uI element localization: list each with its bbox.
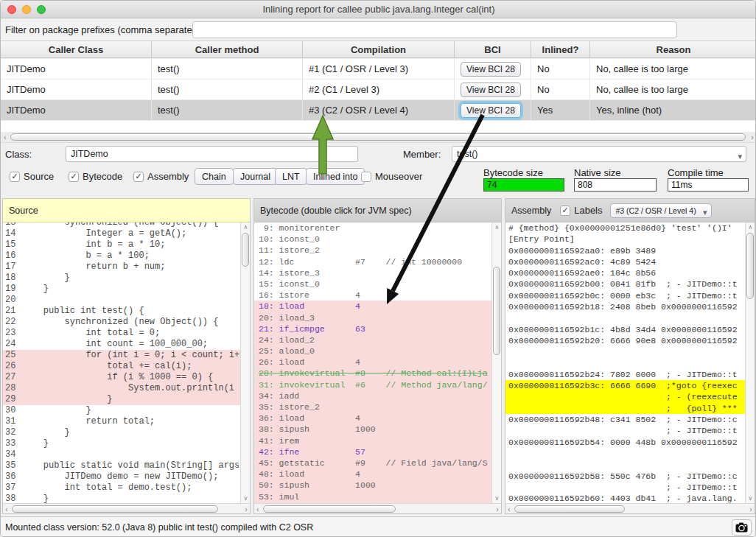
mouseover-checkbox[interactable]: ✓ [361,172,371,182]
view-bci-button[interactable]: View BCI 28 [461,103,521,118]
chain-button-label: Chain [202,172,226,182]
status-text: Mounted class version: 52.0 (Java 8) pub… [5,522,313,533]
assembly-view[interactable]: # {method} {0x00000001251e86d0} 'test' '… [505,222,745,503]
line-number: 27 [3,372,22,383]
bytecode-line: 26: iload 4 [254,357,491,368]
assembly-line: 0x0000000116592ac0: 4c89 5424 [505,256,745,267]
inlining-table: JITDemotest()#1 (C1 / OSR / Level 3)View… [1,59,756,132]
assembly-line: 0x0000000116592b3c: 6666 6690 ;*goto {re… [505,380,745,391]
bytecode-line: 12: ldc #7 // int 10000000 [254,256,491,267]
source-code-text: } [22,427,240,438]
scrollbar-thumb[interactable] [12,505,218,513]
scroll-right-icon[interactable]: › [749,504,752,514]
scroll-left-icon[interactable]: ‹ [508,504,511,514]
scrollbar-thumb[interactable] [242,233,249,267]
table-row[interactable]: JITDemotest()#3 (C2 / OSR / Level 4)View… [1,100,756,121]
scroll-up-icon[interactable]: ∧ [492,224,502,231]
mouseover-toggle[interactable]: ✓ Mouseover [361,171,422,182]
assembly-toggle[interactable]: ✓ Assembly [133,171,189,182]
labels-checkbox[interactable]: ✓ [560,206,570,216]
scroll-down-icon[interactable]: ∨ [241,495,251,502]
scroll-left-icon[interactable]: ‹ [5,504,8,514]
source-panel-header: Source [3,199,250,222]
class-field[interactable]: JITDemo [66,146,358,162]
view-bci-button[interactable]: View BCI 28 [461,62,521,77]
checkmark-icon: ✓ [11,172,18,181]
line-number: 17 [3,262,22,273]
bytecode-line: 14: istore_3 [254,267,491,278]
scroll-left-icon[interactable]: ‹ [4,132,7,143]
labels-toggle[interactable]: ✓ Labels [560,205,602,216]
bytecode-checkbox[interactable]: ✓ [69,172,79,182]
scrollbar-thumb[interactable] [746,233,754,299]
journal-button[interactable]: Journal [233,168,278,185]
source-code-text: public static void main(String[] args [22,460,240,471]
bytecode-view[interactable]: 9: monitorenter10: iconst_011: istore_21… [254,222,491,503]
source-line: 23 int total = 0; [3,328,240,339]
bytecode-vertical-scrollbar[interactable]: ∧ ∨ [491,222,501,503]
scroll-up-icon[interactable]: ∧ [241,224,251,231]
column-header: Compilation [303,41,455,57]
bytecode-panel-title: Bytecode (double click for JVM spec) [260,206,412,216]
close-button[interactable] [7,5,16,14]
checkmark-icon: ✓ [135,172,141,181]
scrollbar-thumb[interactable] [263,505,396,513]
source-vertical-scrollbar[interactable]: ∧ ∨ [240,222,250,503]
scroll-down-icon[interactable]: ∨ [746,495,755,502]
assembly-line [505,346,745,357]
source-toggle[interactable]: ✓ Source [10,171,54,182]
inlined-cell: Yes [531,100,590,120]
compilation-select[interactable]: #3 (C2 / OSR / Level 4) ▾ [610,203,712,218]
filter-input[interactable] [192,21,677,38]
assembly-vertical-scrollbar[interactable]: ∧ ∨ [745,222,755,503]
bytecode-toggle[interactable]: ✓ Bytecode [69,171,122,182]
source-line: 21 public int test() { [3,306,240,317]
scrollbar-thumb[interactable] [10,133,746,141]
bytecode-horizontal-scrollbar[interactable]: ‹ › [254,503,501,513]
bytecode-size-label: Bytecode size [483,167,543,178]
chain-button[interactable]: Chain [195,168,234,185]
source-horizontal-scrollbar[interactable]: ‹ › [3,503,250,513]
table-horizontal-scrollbar[interactable]: ‹ › [1,132,756,143]
line-number: 28 [3,383,22,394]
line-number: 16 [3,250,22,262]
screenshot-button[interactable] [732,519,752,536]
line-number: 31 [3,416,22,427]
bytecode-line: 35: istore_2 [254,401,491,413]
member-combobox[interactable]: test() ▾ [452,146,746,162]
source-line: 18 } [3,273,240,284]
scrollbar-thumb[interactable] [514,505,625,513]
bci-cell: View BCI 28 [455,100,531,120]
source-line: 27 if (i % 1000 == 0) { [3,372,240,383]
table-row[interactable]: JITDemotest()#2 (C1 / Level 3)View BCI 2… [1,80,756,100]
class-label: Class: [5,149,32,160]
lnt-button[interactable]: LNT [275,168,307,185]
source-code-view[interactable]: 13 synchronized (new Object()) {14 Integ… [3,222,240,503]
scroll-left-icon[interactable]: ‹ [256,504,259,514]
source-line: 20 [3,295,240,306]
journal-button-label: Journal [240,172,270,182]
scroll-right-icon[interactable]: › [496,504,499,514]
source-checkbox[interactable]: ✓ [10,172,20,182]
assembly-line: ; {poll} *** [505,403,745,414]
zoom-button[interactable] [37,5,46,14]
line-number: 32 [3,427,22,438]
scroll-up-icon[interactable]: ∧ [746,224,755,231]
line-number: 14 [3,228,22,239]
source-line: 26 total += cal(i); [3,361,240,372]
compilation-cell: #1 (C1 / OSR / Level 3) [303,59,455,79]
table-row[interactable]: JITDemotest()#1 (C1 / OSR / Level 3)View… [1,59,756,80]
caller-class-cell: JITDemo [1,80,152,99]
scroll-right-icon[interactable]: › [751,132,754,143]
assembly-line: 0x0000000116592b58: 550c 476b ; - JITDem… [505,471,745,482]
reason-cell: No, callee is too large [590,80,756,99]
assembly-horizontal-scrollbar[interactable]: ‹ › [505,503,755,513]
class-value: JITDemo [71,149,108,159]
inlined-into-button[interactable]: Inlined into [306,168,365,185]
scroll-right-icon[interactable]: › [245,504,248,514]
view-bci-button[interactable]: View BCI 28 [461,83,521,97]
scrollbar-thumb[interactable] [493,267,500,355]
assembly-checkbox[interactable]: ✓ [133,172,144,182]
scroll-down-icon[interactable]: ∨ [492,495,502,502]
minimize-button[interactable] [22,5,31,14]
